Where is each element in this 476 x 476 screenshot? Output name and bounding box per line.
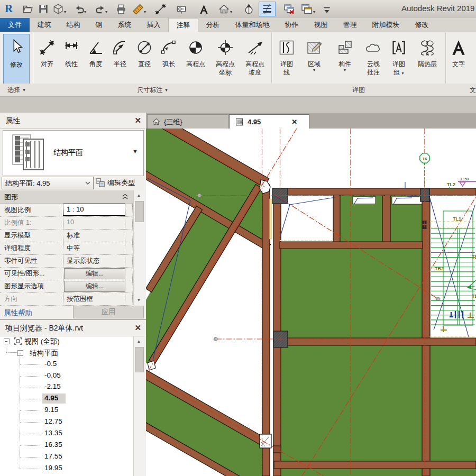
tree-node-level-12-75[interactable]: 12.75 [44,417,62,425]
dropdown-arrow-icon[interactable]: ▾ [144,10,146,14]
text-icon[interactable] [198,2,209,16]
properties-help-link[interactable]: 属性帮助 [4,308,32,318]
dropdown-arrow-icon[interactable]: ▾ [64,10,66,14]
tree-node-level-19-95[interactable]: 19.95 [44,464,62,472]
close-view-icon[interactable]: ✕ [291,118,297,126]
tree-node-level-13-35[interactable]: 13.35 [44,429,62,437]
tree-node-views-all[interactable]: 视图 (全部) [24,337,60,346]
save-icon[interactable] [38,2,49,16]
tree-expand-structural-plans[interactable] [17,350,23,356]
panel-dimension-label[interactable]: 尺寸标注▾ [34,84,271,96]
scroll-down-icon[interactable]: ▼ [134,296,143,305]
tab-addins[interactable]: 附加模块 [364,18,407,32]
drawing-canvas[interactable]: TL2 TL1 TB2 TB1 TB2 3.150 16 [146,129,476,476]
property-row-graphic-display-options[interactable]: 图形显示选项 编辑... [0,280,132,293]
type-selector-combo[interactable]: 结构平面: 4.95 [2,177,94,189]
property-row-orientation[interactable]: 方向 按范围框 [0,292,132,306]
tab-steel[interactable]: 钢 [88,18,110,32]
project-browser-close-icon[interactable]: ✕ [134,323,141,333]
tab-collaborate[interactable]: 协作 [277,18,306,32]
dropdown-arrow-icon[interactable]: ▾ [313,10,315,14]
switch-windows-icon[interactable] [300,2,313,16]
edit-button[interactable]: 编辑... [64,268,125,279]
default-3d-view-icon[interactable] [52,2,64,16]
edit-type-button[interactable]: 编辑类型 [95,177,145,189]
property-row-visibility-graphics[interactable]: 可见性/图形... 编辑... [0,267,132,280]
scroll-up-icon[interactable]: ▲ [134,191,143,200]
thin-lines-icon[interactable] [259,2,276,16]
tree-node-level-m0-05[interactable]: -0.05 [44,371,61,379]
scroll-thumb[interactable] [135,201,144,222]
tab-file[interactable]: 文件 [0,18,30,32]
panel-select-label[interactable]: 选择▾ [0,84,33,96]
scroll-up-icon[interactable]: ▲ [134,337,143,346]
property-row-detail-level[interactable]: 详细程度 中等 [0,242,132,255]
tree-node-level-9-15[interactable]: 9.15 [44,406,58,414]
measure-icon[interactable] [132,2,144,16]
section-icon[interactable] [243,2,255,16]
open-icon[interactable] [22,2,33,16]
modify-button[interactable]: 修改 [3,34,30,86]
property-row-display-model[interactable]: 显示模型 标准 [0,229,132,242]
property-row-view-scale[interactable]: 视图比例 1 : 10 [0,204,132,217]
tree-node-level-m2-15[interactable]: -2.15 [44,382,61,390]
home-icon[interactable] [218,2,230,16]
dropdown-arrow-icon[interactable]: ▾ [84,10,86,14]
aligned-dimension-button[interactable]: 对齐 [35,33,59,82]
panel-text-label[interactable]: 文字 [460,84,476,96]
tab-analyze[interactable]: 分析 [198,18,227,32]
linear-dimension-button[interactable]: 线性 [59,33,84,82]
close-hidden-windows-icon[interactable] [283,2,296,16]
tag-icon[interactable] [176,2,187,16]
redo-icon[interactable] [95,2,106,16]
view-tab-3d[interactable]: {三维} [147,114,228,129]
tree-expand-views[interactable] [4,338,10,344]
dropdown-arrow-icon[interactable]: ▾ [105,10,107,14]
properties-scrollbar[interactable]: ▲ ▼ [133,190,144,305]
aligned-dimension-icon[interactable] [154,2,167,16]
tab-systems[interactable]: 系统 [110,18,139,32]
tab-manage[interactable]: 管理 [335,18,364,32]
detail-line-button[interactable]: 详图 线 [273,33,300,82]
tab-modify[interactable]: 修改 [407,18,436,32]
filled-region-button[interactable]: 区域 ▾ [301,33,327,82]
scroll-thumb[interactable] [135,347,144,372]
text-button[interactable]: 文字 [446,33,471,82]
customize-quick-access-icon[interactable] [323,3,331,17]
property-row-scale-value[interactable]: 比例值 1: 10 [0,216,132,230]
property-value-editor[interactable]: 1 : 10 [63,204,125,216]
tab-insert[interactable]: 插入 [139,18,168,32]
type-selector[interactable]: 结构平面 ▼ [3,130,144,176]
print-icon[interactable] [115,2,127,16]
detail-component-button[interactable]: 构件 ▾ [332,33,358,82]
properties-close-icon[interactable]: ✕ [134,116,141,125]
detail-group-button[interactable]: 详图 组▾ [387,33,411,82]
spot-coordinate-button[interactable]: 高程点 坐标 [210,33,240,82]
angular-dimension-button[interactable]: 角度 [84,33,108,82]
spot-elevation-button[interactable]: 高程点 [181,33,210,82]
tree-node-level-4-95[interactable]: 4.95 [44,394,58,402]
section-header-graphics[interactable]: 图形 [0,190,133,204]
tab-architecture[interactable]: 建筑 [30,18,59,32]
radial-dimension-button[interactable]: 半径 [108,33,132,82]
tree-node-level-17-55[interactable]: 17.55 [44,452,62,460]
tab-structure[interactable]: 结构 [59,18,88,32]
tree-node-structural-plans[interactable]: 结构平面 [30,349,58,358]
check-spelling-button[interactable] [470,33,476,82]
tab-view[interactable]: 视图 [306,18,335,32]
diameter-dimension-button[interactable]: 直径 [132,33,157,82]
tree-node-level-m0-5[interactable]: -0.5 [44,360,57,368]
undo-icon[interactable] [74,2,85,16]
tree-node-level-16-35[interactable]: 16.35 [44,441,62,448]
arc-length-dimension-button[interactable]: 弧长 [157,33,181,82]
panel-detail-label[interactable]: 详图 [272,84,445,96]
revision-cloud-button[interactable]: 云线 批注 [360,33,387,82]
type-dropdown-icon[interactable]: ▼ [132,148,138,154]
edit-button[interactable]: 编辑... [64,281,125,292]
revit-logo-icon[interactable]: R [5,2,13,15]
spot-slope-button[interactable]: 高程点 坡度 [240,33,270,82]
insulation-button[interactable]: 隔热层 [412,33,443,82]
tab-massing-site[interactable]: 体量和场地 [227,18,277,32]
dropdown-arrow-icon[interactable]: ▾ [230,10,232,14]
tab-annotate[interactable]: 注释 [168,18,198,32]
